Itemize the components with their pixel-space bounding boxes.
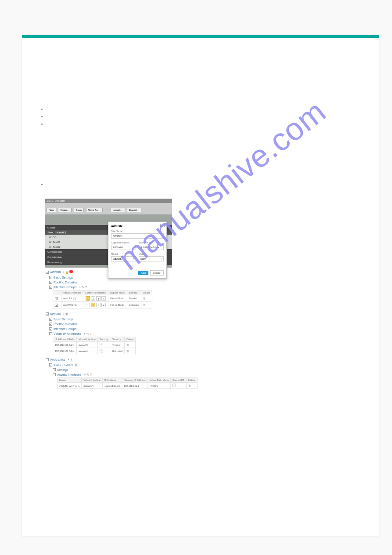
ip-address: 192.168.101.5	[102, 383, 122, 389]
model-label: Model:	[111, 253, 136, 255]
col-vi: Virtual Interface	[82, 378, 102, 383]
col-proxy-arp: Proxy ARP	[171, 378, 187, 383]
save-as-button[interactable]: Save As…	[86, 208, 103, 212]
eth-port[interactable]: 4	[101, 296, 106, 301]
vi-name: awsWAN	[77, 348, 97, 354]
tree-node[interactable]: +Basic Settings	[45, 317, 367, 322]
delete-icon[interactable]: 🗑	[143, 297, 146, 300]
panel-interface-groups: −AWSBR ⎘ 🔒 +Basic Settings +Routing Doma…	[45, 268, 367, 308]
panel-root[interactable]: −WAN Links + ?	[45, 357, 367, 363]
interface-groups-table: Virtual Interfaces Ethernet Interfaces B…	[53, 290, 152, 308]
tree-node[interactable]: +Routing Domains	[45, 280, 367, 285]
toolbar: New Open… Save Save As… Import… Export…	[45, 203, 172, 214]
eth-port[interactable]: 1	[86, 296, 90, 301]
col-delete: Delete	[125, 337, 136, 342]
eth-port[interactable]: 2	[91, 296, 95, 301]
mode-select[interactable]: client	[139, 256, 164, 261]
appliance-name-label: Appliance Name:	[111, 241, 136, 244]
vi-name: awsWAN	[82, 383, 102, 389]
tree-node[interactable]: +Routing Domains	[45, 322, 367, 326]
table-row: + awsLAN (6) 1234 Fail-to-Block Trusted …	[53, 295, 152, 302]
ip-address: 192.168.100.5/24	[53, 342, 77, 348]
import-button[interactable]: Import…	[111, 208, 125, 212]
tree-node[interactable]: −Access Interfaces + ✎ ?	[45, 372, 367, 377]
col-virtual-interface: Virtual Interface	[77, 337, 97, 342]
export-button[interactable]: Export…	[127, 208, 141, 212]
eth-port[interactable]: 3	[96, 296, 101, 301]
table-row: 192.168.101.5/24 awsWAN Untrusted 🗑	[53, 348, 136, 354]
bullet-item	[47, 182, 367, 186]
sites-add-button[interactable]: + Add	[55, 231, 66, 234]
ai-name: AWSBR-WAN-AI-1	[58, 383, 82, 389]
delete-icon[interactable]: 🗑	[143, 304, 146, 306]
mode-label: Mode:	[139, 253, 164, 255]
secure-key-label: Secure Key:	[139, 241, 164, 244]
col-delete: Delete	[141, 290, 152, 295]
expand-icon[interactable]: +	[55, 304, 58, 307]
checkbox[interactable]	[100, 343, 103, 346]
col-ethernet-interfaces: Ethernet Interfaces	[83, 290, 108, 295]
panel-wan-links: −WAN Links + ? −AWSBR-WAN 🗑 +Settings −A…	[45, 357, 367, 389]
col-vpm: Virtual Path Mode	[147, 378, 171, 383]
new-button[interactable]: New	[47, 208, 56, 212]
panel-virtual-ip: −AWSBR ⎘ 🗑 +Basic Settings +Routing Doma…	[45, 311, 367, 354]
save-button[interactable]: Save	[74, 208, 84, 212]
secure-key-input[interactable]: dd9594b547c7aa…	[139, 245, 164, 250]
table-row: AWSBR-WAN-AI-1 awsWAN 192.168.101.5 192.…	[58, 383, 198, 389]
app-breadcrumb: 1:270 - AWSBR	[45, 199, 172, 203]
security-level: Trusted	[110, 342, 125, 348]
close-icon[interactable]: X	[160, 224, 165, 227]
delete-icon[interactable]: 🗑	[188, 385, 191, 387]
sites-label: Sites	[47, 231, 53, 234]
col-gateway: Gateway IP Address	[122, 378, 147, 383]
delete-icon[interactable]: 🗑	[126, 344, 129, 346]
vi-name: awsLAN	[77, 342, 97, 348]
copy-icon[interactable]: ⎘	[63, 313, 65, 316]
vi-name: awsLAN (6)	[61, 295, 83, 302]
node-tools[interactable]: + ?	[68, 358, 72, 361]
tree-node[interactable]: +Settings	[45, 367, 367, 372]
site-name-input[interactable]: AWSBR	[111, 233, 164, 239]
tree-node[interactable]: +Interface Groups	[45, 326, 367, 331]
node-tools[interactable]: + ✎ ?	[79, 286, 87, 289]
eth-port[interactable]: 1	[86, 303, 90, 307]
panel-root[interactable]: −AWSBR ⎘ 🗑	[45, 311, 367, 317]
model-select[interactable]: CBAWS	[111, 256, 136, 261]
bullet-list	[47, 182, 367, 186]
bullet-item	[47, 122, 367, 126]
checkbox[interactable]	[173, 384, 176, 387]
tree-node[interactable]: −Virtual IP Addresses + ✎ ?	[45, 331, 367, 337]
col-security: Security	[110, 337, 125, 342]
delete-icon[interactable]: 🗑	[75, 364, 77, 366]
copy-icon[interactable]: ⎘	[63, 271, 65, 274]
col-ip-prefix: IP Address / Prefix	[53, 337, 77, 342]
security-level: Untrusted	[127, 302, 141, 308]
tree-node[interactable]: +Basic Settings	[45, 275, 367, 280]
cancel-button[interactable]: Cancel	[150, 270, 164, 276]
node-tools[interactable]: + ✎ ?	[84, 332, 92, 335]
gateway-ip: 192.168.101.1	[122, 383, 147, 389]
vi-name: awsWAN (6)	[61, 302, 83, 308]
add-site-modal: X Add Site Site Name: AWSBR Appliance Na…	[108, 221, 167, 279]
ip-address: 192.168.101.5/24	[53, 348, 77, 354]
eth-port[interactable]: 2	[91, 303, 95, 307]
delete-icon[interactable]: 🗑	[126, 350, 129, 352]
tree-node[interactable]: −Interface Groups + ✎ ?	[45, 285, 367, 290]
add-button[interactable]: Add	[138, 271, 148, 275]
access-interfaces-table: Name Virtual Interface IP Address Gatewa…	[57, 377, 198, 389]
open-button[interactable]: Open…	[58, 208, 72, 212]
virtual-ip-table: IP Address / Prefix Virtual Interface Se…	[53, 337, 136, 354]
eth-port[interactable]: 4	[101, 303, 106, 307]
bypass-mode: Fail-to-Block	[108, 302, 127, 308]
eth-port[interactable]: 3	[96, 303, 101, 307]
appliance-name-input[interactable]: AWS-xMI	[111, 245, 136, 250]
tree-node[interactable]: −AWSBR-WAN 🗑	[45, 363, 367, 367]
panel-root[interactable]: −AWSBR ⎘ 🔒	[45, 268, 367, 275]
col-security-check: Security	[97, 337, 110, 342]
vp-mode: Primary	[147, 383, 171, 389]
node-tools[interactable]: + ✎ ?	[84, 373, 92, 376]
modal-title: Add Site	[111, 225, 164, 228]
checkbox[interactable]	[100, 349, 103, 352]
lock-icon: 🔒	[65, 271, 68, 274]
expand-icon[interactable]: +	[55, 297, 58, 300]
